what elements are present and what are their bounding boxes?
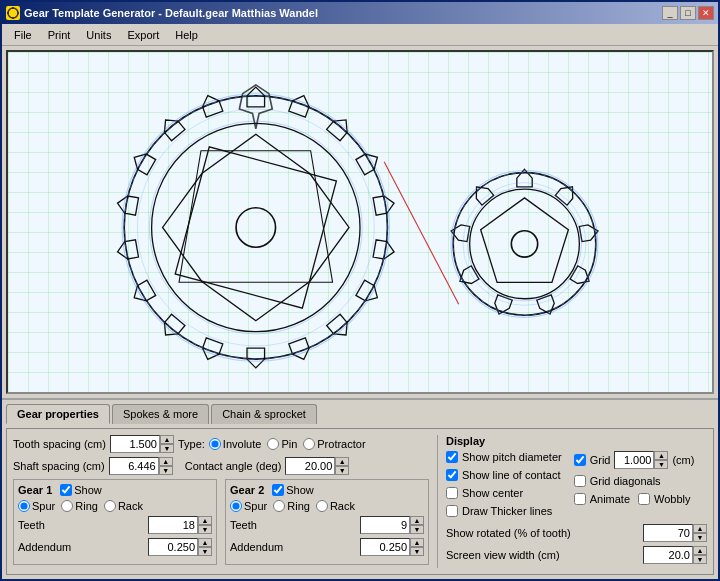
contact-angle-up[interactable]: ▲: [335, 457, 349, 466]
svg-point-6: [124, 96, 387, 359]
title-bar: Gear Template Generator - Default.gear M…: [2, 2, 718, 24]
gear1-label: Gear 1: [18, 484, 52, 496]
gear1-teeth-down[interactable]: ▼: [198, 525, 212, 534]
type-pin[interactable]: Pin: [267, 438, 297, 450]
animate-check[interactable]: Animate: [574, 493, 630, 505]
show-rotated-row: Show rotated (% of tooth) ▲ ▼: [446, 524, 707, 542]
tab-spokes-more[interactable]: Spokes & more: [112, 404, 209, 424]
gear1-show-check[interactable]: Show: [60, 484, 102, 496]
gear1-spur[interactable]: Spur: [18, 500, 55, 512]
gear2-addendum-down[interactable]: ▼: [410, 547, 424, 556]
gear2-teeth-up[interactable]: ▲: [410, 516, 424, 525]
maximize-button[interactable]: □: [680, 6, 696, 20]
svg-line-18: [384, 162, 459, 305]
screen-view-input[interactable]: [643, 546, 693, 564]
gear2-addendum-spinner: ▲ ▼: [360, 538, 424, 556]
shaft-spacing-down[interactable]: ▼: [159, 466, 173, 475]
gear1-ring[interactable]: Ring: [61, 500, 98, 512]
gear2-label: Gear 2: [230, 484, 264, 496]
minimize-button[interactable]: _: [662, 6, 678, 20]
menu-units[interactable]: Units: [78, 27, 119, 43]
tooth-spacing-input[interactable]: [110, 435, 160, 453]
gear2-show-check[interactable]: Show: [272, 484, 314, 496]
display-left-col: Show pitch diameter Show line of contact…: [446, 451, 562, 520]
gear2-addendum-label: Addendum: [230, 541, 283, 553]
gear2-rack[interactable]: Rack: [316, 500, 355, 512]
type-involute[interactable]: Involute: [209, 438, 262, 450]
shaft-spacing-row: Shaft spacing (cm) ▲ ▼ Contact angle (de…: [13, 457, 429, 475]
gear2-teeth-input[interactable]: [360, 516, 410, 534]
svg-point-8: [236, 208, 275, 247]
show-center-check[interactable]: Show center: [446, 487, 562, 499]
gear2-addendum-row: Addendum ▲ ▼: [230, 538, 424, 556]
tooth-spacing-up[interactable]: ▲: [160, 435, 174, 444]
close-button[interactable]: ✕: [698, 6, 714, 20]
gear2-teeth-label: Teeth: [230, 519, 257, 531]
tab-gear-properties[interactable]: Gear properties: [6, 404, 110, 424]
gear2-addendum-up[interactable]: ▲: [410, 538, 424, 547]
grid-value-input[interactable]: [614, 451, 654, 469]
menu-print[interactable]: Print: [40, 27, 79, 43]
type-label: Type:: [178, 438, 205, 450]
gear1-addendum-down[interactable]: ▼: [198, 547, 212, 556]
gear1-addendum-spinner: ▲ ▼: [148, 538, 212, 556]
show-rotated-down[interactable]: ▼: [693, 533, 707, 542]
gear1-teeth-spinner: ▲ ▼: [148, 516, 212, 534]
show-rotated-up[interactable]: ▲: [693, 524, 707, 533]
gear2-teeth-down[interactable]: ▼: [410, 525, 424, 534]
tooth-spacing-row: Tooth spacing (cm) ▲ ▼ Type: Involute: [13, 435, 429, 453]
grid-diagonals-check[interactable]: Grid diagonals: [574, 475, 695, 487]
tab-content: Tooth spacing (cm) ▲ ▼ Type: Involute: [6, 428, 714, 575]
tooth-spacing-down[interactable]: ▼: [160, 444, 174, 453]
gear2-ring[interactable]: Ring: [273, 500, 310, 512]
gear1-addendum-input[interactable]: [148, 538, 198, 556]
screen-view-label: Screen view width (cm): [446, 549, 560, 561]
type-protractor[interactable]: Protractor: [303, 438, 365, 450]
type-group: Involute Pin Protractor: [209, 438, 366, 450]
svg-point-11: [137, 109, 374, 346]
tab-bar: Gear properties Spokes & more Chain & sp…: [6, 404, 714, 424]
shaft-spacing-spinner: ▲ ▼: [109, 457, 173, 475]
draw-thicker-lines-check[interactable]: Draw Thicker lines: [446, 505, 562, 517]
screen-view-up[interactable]: ▲: [693, 546, 707, 555]
wobbly-check[interactable]: Wobbly: [638, 493, 690, 505]
display-right-col: Grid ▲ ▼ (cm): [574, 451, 695, 520]
tab-chain-sprocket[interactable]: Chain & sprocket: [211, 404, 317, 424]
grid-check[interactable]: Grid: [574, 454, 611, 466]
menu-export[interactable]: Export: [119, 27, 167, 43]
grid-up[interactable]: ▲: [654, 451, 668, 460]
svg-point-10: [124, 96, 387, 359]
gear1-teeth-row: Teeth ▲ ▼: [18, 516, 212, 534]
gear1-rack[interactable]: Rack: [104, 500, 143, 512]
svg-rect-3: [12, 17, 14, 19]
two-gears-section: Gear 1 Show Spur: [13, 479, 429, 565]
contact-angle-down[interactable]: ▼: [335, 466, 349, 475]
gear2-box: Gear 2 Show Spur: [225, 479, 429, 565]
grid-down[interactable]: ▼: [654, 460, 668, 469]
show-line-of-contact-check[interactable]: Show line of contact: [446, 469, 562, 481]
show-rotated-spinner: ▲ ▼: [643, 524, 707, 542]
gear1-header: Gear 1 Show: [18, 484, 212, 496]
screen-view-row: Screen view width (cm) ▲ ▼: [446, 546, 707, 564]
app-icon: [6, 6, 20, 20]
svg-point-20: [149, 121, 362, 334]
gear1-teeth-input[interactable]: [148, 516, 198, 534]
grid-value-spinner: ▲ ▼: [614, 451, 668, 469]
show-pitch-diameter-check[interactable]: Show pitch diameter: [446, 451, 562, 463]
contact-angle-input[interactable]: [285, 457, 335, 475]
shaft-spacing-input[interactable]: [109, 457, 159, 475]
grid-unit: (cm): [672, 454, 694, 466]
gear1-teeth-up[interactable]: ▲: [198, 516, 212, 525]
gear2-addendum-input[interactable]: [360, 538, 410, 556]
gear1-addendum-up[interactable]: ▲: [198, 538, 212, 547]
menu-help[interactable]: Help: [167, 27, 206, 43]
window-title: Gear Template Generator - Default.gear M…: [24, 7, 318, 19]
gear2-spur[interactable]: Spur: [230, 500, 267, 512]
right-panel: Display Show pitch diameter Show line of…: [437, 435, 707, 568]
menu-file[interactable]: File: [6, 27, 40, 43]
shaft-spacing-up[interactable]: ▲: [159, 457, 173, 466]
show-rotated-input[interactable]: [643, 524, 693, 542]
screen-view-down[interactable]: ▼: [693, 555, 707, 564]
gear1-type-group: Spur Ring Rack: [18, 500, 212, 512]
svg-point-17: [463, 183, 586, 306]
